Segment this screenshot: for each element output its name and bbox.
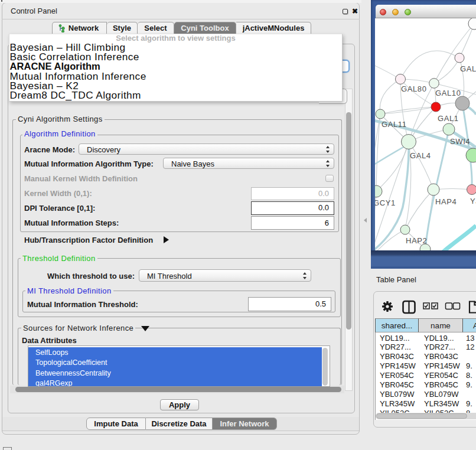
svg-text:GAL4: GAL4 xyxy=(410,151,431,160)
svg-text:SWI4: SWI4 xyxy=(450,137,470,146)
svg-text:GCY1: GCY1 xyxy=(375,198,396,207)
svg-text:YJ: YJ xyxy=(470,197,476,206)
svg-text:GAL11: GAL11 xyxy=(382,120,407,129)
svg-text:HAP4: HAP4 xyxy=(435,197,457,206)
svg-text:GAL1: GAL1 xyxy=(438,114,459,123)
svg-text:GAL80: GAL80 xyxy=(401,84,426,93)
svg-text:GAL10: GAL10 xyxy=(435,89,461,97)
svg-text:GAL7: GAL7 xyxy=(460,64,476,73)
svg-text:HAP2: HAP2 xyxy=(406,236,427,245)
